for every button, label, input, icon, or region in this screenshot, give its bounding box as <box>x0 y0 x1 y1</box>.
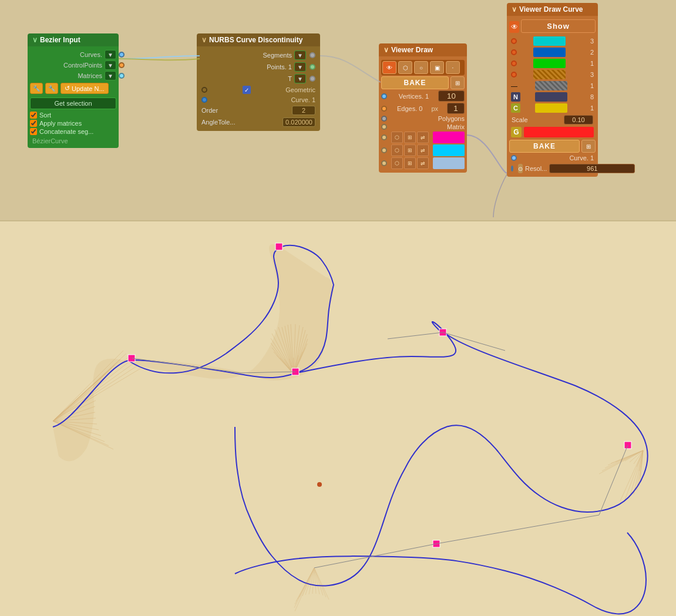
apply-matrices-checkbox[interactable] <box>30 120 37 127</box>
g-color-bar[interactable] <box>524 127 594 137</box>
vdc-row1-socket <box>511 38 517 44</box>
controlpoints-dropdown[interactable]: ▼ <box>105 60 116 70</box>
vdc-swatch-1[interactable] <box>533 36 566 46</box>
matrix-icon-6[interactable]: ⇌ <box>417 144 429 156</box>
show-eye-icon[interactable]: 👁 <box>509 21 519 33</box>
concatenate-label: Concatenate seg... <box>39 128 93 135</box>
vdc-swatch-4[interactable] <box>533 70 566 79</box>
viewer-draw-curve-node: ∨ Viewer Draw Curve 👁 Show 3 2 <box>507 3 598 177</box>
nurbs-node-title: NURBS Curve Discontinuity <box>209 36 302 44</box>
matrix-icon-8[interactable]: ⊞ <box>404 157 416 169</box>
sort-checkbox[interactable] <box>30 112 37 119</box>
order-value[interactable]: 2 <box>292 106 315 115</box>
viewer-draw-node: ∨ Viewer Draw 👁 ⬡ ○ ▣ · BAKE ⊞ <box>379 43 467 173</box>
icon-btn-2[interactable]: 🔧 <box>45 83 58 94</box>
svg-line-84 <box>630 450 643 497</box>
vdc-swatch-6[interactable] <box>535 92 567 102</box>
viewer-draw-body: 👁 ⬡ ○ ▣ · BAKE ⊞ Vertices. 1 <box>379 56 467 173</box>
update-n-button[interactable]: ↺ Update N... <box>60 83 109 94</box>
mesh-icon-btn[interactable]: ⬡ <box>398 61 412 74</box>
vdc-bake-row: BAKE ⊞ <box>509 140 596 153</box>
vdc-swatch-2[interactable] <box>533 48 566 57</box>
nurbs-curve-socket <box>201 97 207 103</box>
apply-matrices-label: Apply matrices <box>39 120 82 127</box>
vdc-num-7: 1 <box>582 105 594 112</box>
vdc-curve-row: Curve. 1 <box>509 154 596 162</box>
bezier-input-node: ∨ Bezier Input Curves. ▼ ControlPoints ▼ <box>28 33 119 148</box>
g-row: G <box>509 126 596 139</box>
vdc-swatch-3[interactable] <box>533 59 566 68</box>
get-selection-button[interactable]: Get selection <box>30 97 116 109</box>
sort-checkbox-row: Sort <box>30 112 116 119</box>
vdc-swatch-5[interactable] <box>535 81 567 90</box>
points-dropdown[interactable]: ▼ <box>294 62 306 72</box>
matrix-icon-2[interactable]: ⊞ <box>404 132 416 143</box>
svg-line-99 <box>295 568 314 604</box>
matrix-row2-socket <box>381 147 387 153</box>
show-button[interactable]: Show <box>521 19 596 33</box>
icon-btn-1[interactable]: 🔧 <box>30 83 43 94</box>
matrices-socket <box>119 73 125 79</box>
concatenate-checkbox[interactable] <box>30 128 37 135</box>
svg-line-94 <box>314 568 323 595</box>
vdc-swatch-7[interactable] <box>535 103 567 113</box>
matrix-icon-4[interactable]: ⬡ <box>391 144 403 156</box>
concatenate-checkbox-row: Concatenate seg... <box>30 128 116 135</box>
bake-button[interactable]: BAKE <box>381 76 449 89</box>
bake-settings-btn[interactable]: ⊞ <box>450 76 465 89</box>
matrices-label: Matrices <box>78 72 102 79</box>
bezier-node-body: Curves. ▼ ControlPoints ▼ Matrices ▼ <box>28 46 119 148</box>
matrix-icon-7[interactable]: ⬡ <box>391 157 403 169</box>
vdc-row-1: 3 <box>509 36 596 46</box>
g-badge: G <box>511 127 522 137</box>
scale-label: Scale <box>512 116 528 123</box>
order-label: Order <box>201 107 218 114</box>
curves-dropdown[interactable]: ▼ <box>105 50 116 59</box>
matrix-icon-5[interactable]: ⊞ <box>404 144 416 156</box>
matrix-row-1: ⬡ ⊞ ⇌ <box>381 132 465 143</box>
vertices-socket <box>381 93 387 99</box>
matrix-header-row: Matrix <box>381 123 465 130</box>
bezier-bottom-label: BézierCurve <box>30 136 116 146</box>
segments-socket <box>310 52 315 58</box>
segments-row: Segments ▼ <box>199 50 318 60</box>
t-row: T ▼ <box>199 73 318 84</box>
vdc-row-6: N 8 <box>509 92 596 102</box>
segments-dropdown[interactable]: ▼ <box>294 51 306 60</box>
scale-input[interactable] <box>564 115 593 124</box>
t-dropdown[interactable]: ▼ <box>294 74 306 83</box>
vertices-input[interactable] <box>438 90 465 102</box>
circle-icon-btn[interactable]: ○ <box>414 61 428 74</box>
nurbs-curve-row: Curve. 1 <box>199 96 318 104</box>
dot-icon-btn[interactable]: · <box>446 61 460 74</box>
svg-line-96 <box>314 568 329 600</box>
vertices-label: Vertices. 1 <box>399 93 429 100</box>
matrices-dropdown[interactable]: ▼ <box>105 71 116 80</box>
bake-row: BAKE ⊞ <box>381 76 465 89</box>
angletol-value[interactable]: 0.020000 <box>282 117 315 127</box>
resol-socket <box>511 166 513 171</box>
svg-point-66 <box>317 482 322 487</box>
px-label: px <box>431 105 438 112</box>
viewer-curve-header: ∨ Viewer Draw Curve <box>507 3 598 16</box>
points-socket <box>310 64 315 70</box>
vdc-bake-button[interactable]: BAKE <box>509 140 580 153</box>
svg-line-68 <box>602 450 643 471</box>
resol-input[interactable] <box>549 164 635 173</box>
vdc-bake-settings[interactable]: ⊞ <box>581 140 596 153</box>
angletol-label: AngleTole... <box>201 119 235 126</box>
vdc-dash-5: — <box>511 82 520 89</box>
wire-icon-btn[interactable]: ▣ <box>430 61 444 74</box>
matrix-label: Matrix <box>447 123 465 130</box>
vdc-row4-socket <box>511 72 517 78</box>
matrix-icon-1[interactable]: ⬡ <box>391 132 403 143</box>
matrix-icon-9[interactable]: ⇌ <box>417 157 429 169</box>
edges-input[interactable] <box>447 103 465 114</box>
geometric-row: ✓ Geometric <box>199 85 318 95</box>
matrix-row-3: ⬡ ⊞ ⇌ <box>381 157 465 169</box>
viewer-curve-body: 👁 Show 3 2 1 <box>507 16 598 177</box>
matrix-icon-3[interactable]: ⇌ <box>417 132 429 143</box>
vdc-curve-label: Curve. 1 <box>569 154 594 161</box>
svg-rect-58 <box>275 243 282 250</box>
eye-icon-btn[interactable]: 👁 <box>382 61 396 74</box>
